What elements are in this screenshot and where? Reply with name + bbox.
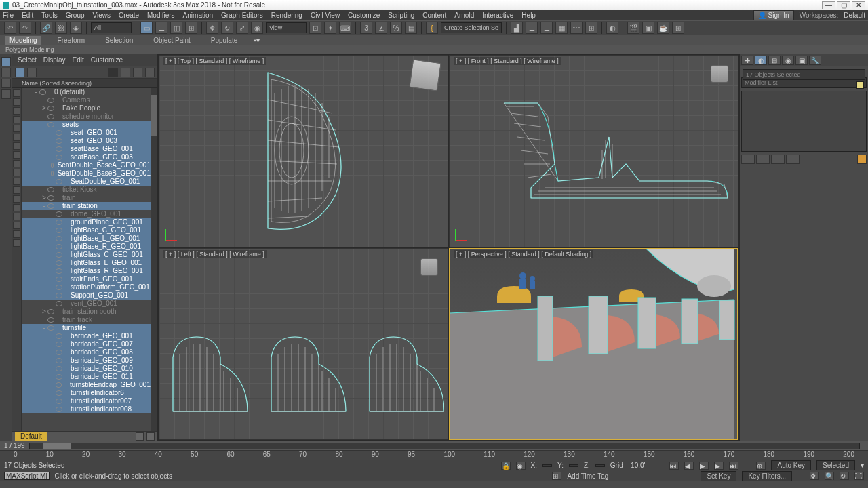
vtool-1[interactable] (1, 57, 11, 66)
menu-file[interactable]: File (3, 12, 14, 19)
render-iterative[interactable]: ⊞ (672, 22, 684, 34)
key-mode[interactable]: ⊕ (756, 462, 766, 470)
coord-z[interactable] (595, 464, 605, 467)
tree-item[interactable]: >Fake People (22, 104, 151, 113)
tree-item[interactable]: stationPlatform_GEO_001 (22, 283, 151, 291)
nav-orbit[interactable]: ↻ (840, 472, 849, 480)
move-button[interactable]: ✥ (206, 22, 218, 34)
remove-mod[interactable] (786, 155, 800, 164)
lock-selection[interactable]: 🔒 (501, 462, 511, 470)
tree-item[interactable]: lightBase_L_GEO_001 (22, 235, 151, 243)
se-filter-9[interactable] (13, 160, 20, 167)
se-tab-customize[interactable]: Customize (91, 56, 123, 64)
menu-customize[interactable]: Customize (348, 12, 380, 19)
se-tab-display[interactable]: Display (43, 56, 66, 64)
iso-selection[interactable]: ◉ (516, 462, 526, 470)
viewcube-top[interactable] (409, 59, 441, 91)
menu-arnold[interactable]: Arnold (454, 12, 474, 19)
toggle-ribbon[interactable]: ▦ (555, 22, 568, 34)
tree-item[interactable]: barricade_GEO_010 (22, 365, 151, 373)
unlink-button[interactable]: ⛓ (55, 22, 67, 34)
layer-explorer[interactable]: ☰ (540, 22, 553, 34)
cmd-tab-display[interactable]: ▣ (795, 56, 808, 65)
vtool-4[interactable] (1, 89, 11, 99)
nav-pan[interactable]: ✥ (810, 472, 819, 480)
modifier-stack[interactable] (741, 91, 867, 152)
se-btn-lock[interactable] (121, 68, 130, 77)
nav-zoom[interactable]: 🔍 (825, 472, 834, 480)
menu-help[interactable]: Help (521, 12, 536, 19)
se-tab-edit[interactable]: Edit (73, 56, 84, 64)
time-slider[interactable]: 1 / 199 (0, 441, 868, 450)
selection-filter[interactable]: All (91, 22, 132, 33)
tree-item[interactable]: barricade_GEO_011 (22, 373, 151, 381)
pin-stack[interactable] (741, 155, 755, 164)
align-button[interactable]: ☱ (526, 22, 538, 34)
viewport-top[interactable]: [ + ] [ Top ] [ Standard ] [ Wireframe ] (159, 55, 448, 247)
rendered-frame[interactable]: ▣ (642, 22, 654, 34)
se-btn-sort-a[interactable] (133, 68, 142, 77)
tree-item[interactable]: lightBase_R_GEO_001 (22, 243, 151, 251)
menu-interactive[interactable]: Interactive (482, 12, 513, 19)
time-slider-track[interactable] (29, 443, 860, 449)
tree-item[interactable]: seat_GEO_003 (22, 137, 151, 145)
signin-button[interactable]: 👤 Sign In (753, 10, 794, 20)
mirror-button[interactable]: ▟ (511, 22, 523, 34)
tree-item[interactable]: barricade_GEO_007 (22, 340, 151, 348)
viewcube-left[interactable] (420, 258, 438, 276)
menu-group[interactable]: Group (66, 12, 85, 19)
placement-button[interactable]: ◉ (251, 22, 263, 34)
window-crossing-button[interactable]: ⊞ (185, 22, 197, 34)
rotate-button[interactable]: ↻ (221, 22, 233, 34)
vp-label-front[interactable]: [ + ] [ Front ] [ Standard ] [ Wireframe… (454, 57, 561, 65)
menu-modifiers[interactable]: Modifiers (147, 12, 175, 19)
tree-item[interactable]: train track (22, 316, 151, 324)
play[interactable]: ▶ (699, 462, 709, 470)
tree-item[interactable]: lightBase_C_GEO_001 (22, 226, 151, 235)
viewport-left[interactable]: [ + ] [ Left ] [ Standard ] [ Wireframe … (159, 248, 448, 441)
goto-start[interactable]: ⏮ (669, 462, 679, 470)
pivot-button[interactable]: ⊡ (309, 22, 321, 34)
tree-item[interactable]: seatBase_GEO_001 (22, 145, 151, 153)
tree-item[interactable]: lightGlass_C_GEO_001 (22, 251, 151, 259)
maximize-button[interactable]: ▢ (837, 1, 850, 9)
tree-item[interactable]: turnstileIndicator007 (22, 397, 151, 405)
vp-label-left[interactable]: [ + ] [ Left ] [ Standard ] [ Wireframe … (163, 250, 267, 258)
menu-scripting[interactable]: Scripting (388, 12, 414, 19)
tree-item[interactable]: stairEnds_GEO_001 (22, 275, 151, 283)
tree-item[interactable]: -seats (22, 121, 151, 129)
autokey-toggle[interactable]: Auto Key (771, 460, 811, 470)
select-region-button[interactable]: ◫ (170, 22, 182, 34)
se-filter-6[interactable] (13, 134, 20, 141)
se-filter-15[interactable] (13, 213, 20, 220)
tree-item[interactable]: SeatDouble_BaseA_GEO_001 (22, 161, 151, 169)
menu-edit[interactable]: Edit (22, 12, 33, 19)
tree-item[interactable]: vent_GEO_001 (22, 300, 151, 308)
se-filter-10[interactable] (13, 169, 20, 176)
tree-item[interactable]: dome_GEO_001 (22, 210, 151, 218)
tree-item[interactable]: Cameras (22, 96, 151, 104)
menu-rendering[interactable]: Rendering (271, 12, 302, 19)
undo-button[interactable]: ↶ (4, 22, 16, 34)
tree-item[interactable]: -0 (default) (22, 88, 151, 96)
select-name-button[interactable]: ☰ (155, 22, 167, 34)
add-time-tag[interactable]: Add Time Tag (567, 472, 608, 480)
tree-item[interactable]: lightGlass_L_GEO_001 (22, 259, 151, 267)
show-end[interactable] (756, 155, 770, 164)
ref-coord-system[interactable]: View (266, 22, 307, 33)
close-button[interactable]: ✕ (852, 1, 865, 9)
se-filter-4[interactable] (13, 116, 20, 123)
material-editor[interactable]: ◐ (606, 22, 618, 34)
menu-views[interactable]: Views (93, 12, 111, 19)
se-column-header[interactable]: Name (Sorted Ascending) (12, 79, 157, 88)
ribbon-tab-freeform[interactable]: Freeform (54, 36, 90, 45)
tree-item[interactable]: >train (22, 194, 151, 202)
tree-item[interactable]: barricade_GEO_001 (22, 332, 151, 340)
tree-item[interactable]: Support_GEO_001 (22, 291, 151, 300)
object-name-field[interactable]: 17 Objects Selected (743, 69, 865, 80)
se-filter-5[interactable] (13, 125, 20, 132)
cmd-tab-modify[interactable]: ◐ (755, 56, 767, 65)
render-setup[interactable]: 🎬 (627, 22, 639, 34)
schematic-view[interactable]: ⊞ (585, 22, 597, 34)
tree-item[interactable]: barricade_GEO_008 (22, 348, 151, 357)
